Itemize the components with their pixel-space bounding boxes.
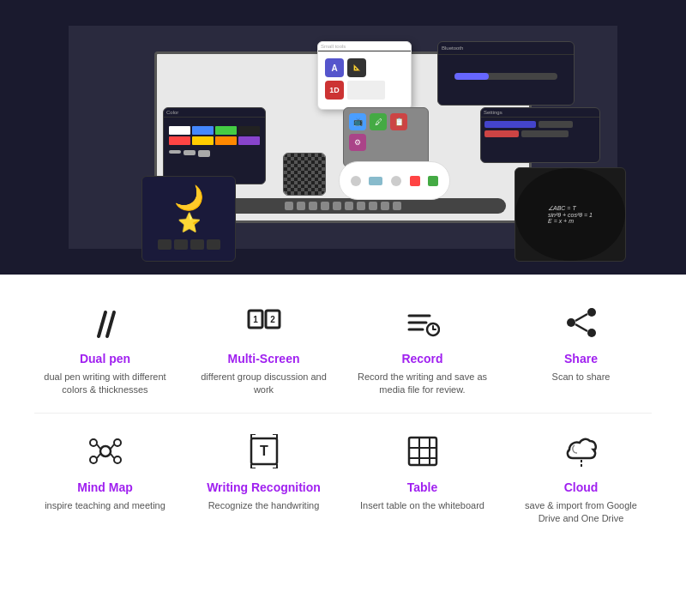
key-1: [158, 239, 172, 250]
feature-table: Table Insert table on the whiteboard: [352, 420, 493, 534]
svg-point-16: [90, 439, 97, 446]
toolbar-btn-3: [391, 176, 401, 186]
color-blue: [192, 126, 214, 135]
toolbar-item: [381, 202, 389, 210]
toolbar-item: [333, 202, 341, 210]
feature-title-share: Share: [564, 352, 598, 365]
svg-text:1: 1: [253, 315, 258, 324]
panel-header: Bluetooth: [438, 42, 574, 55]
feature-title-cloud: Cloud: [564, 480, 599, 494]
color-red: [169, 136, 190, 145]
feature-desc-dual-pen: dual pen writing with different colors &…: [39, 371, 172, 397]
record-svg: [406, 305, 440, 340]
panel-label: Small tools: [318, 42, 411, 51]
svg-rect-26: [409, 438, 436, 465]
toolbar-btn-1: [351, 176, 361, 186]
toolbar-item: [309, 202, 317, 210]
moon-icon: 🌙: [142, 177, 235, 212]
key-2: [174, 239, 188, 250]
toolbar-item: [357, 202, 365, 210]
slider-fill: [454, 73, 489, 80]
svg-point-15: [100, 446, 111, 456]
feature-title-multi-screen: Multi-Screen: [227, 352, 299, 365]
apps-grid: 📺 🖊 📋 ⚙: [344, 108, 428, 156]
svg-line-14: [575, 324, 587, 331]
svg-line-0: [99, 312, 105, 336]
tool-icon-a: A: [325, 58, 344, 77]
app-icon-4: ⚙: [349, 134, 366, 151]
left-strip: [0, 0, 69, 275]
color-black: [238, 126, 260, 135]
math-circle: ∠ABC = T sin²θ + cos²θ = 1 E = x + m: [515, 168, 625, 261]
svg-line-13: [575, 314, 587, 321]
feature-writing-recognition: T Writing Recognition Recognize the hand…: [193, 420, 334, 534]
feature-title-mind-map: Mind Map: [77, 480, 133, 494]
mindmap-icon: [83, 429, 128, 474]
settings-content: [481, 118, 599, 141]
app-icon-3: 📋: [390, 113, 407, 130]
tool-icon-bar: [347, 81, 385, 100]
feature-share: Share Scan to share: [510, 292, 652, 406]
toolbar-btn-2: [369, 177, 382, 185]
panel-content: A 📐 1D: [318, 51, 411, 103]
svg-point-18: [90, 456, 97, 463]
color-yellow: [192, 136, 214, 145]
settings-bar-4: [521, 130, 569, 137]
qr-code: [284, 154, 325, 195]
toolbar-btn-4: [410, 176, 420, 186]
svg-text:T: T: [260, 444, 268, 458]
feature-desc-multi-screen: different group discussion and work: [197, 371, 330, 397]
multiscreen-svg: 1 2: [247, 305, 281, 340]
small-tools-panel: Small tools A 📐 1D: [317, 41, 412, 110]
pen-icon: [83, 300, 128, 345]
toolbar-inner: [340, 162, 449, 199]
right-strip: [617, 0, 686, 275]
tool-icon-ruler: 📐: [347, 58, 366, 77]
math-panel: ∠ABC = T sin²θ + cos²θ = 1 E = x + m: [514, 167, 626, 262]
feature-record: Record Record the writing and save as me…: [352, 292, 493, 406]
svg-point-10: [587, 308, 596, 317]
pen-size-sm: [169, 150, 181, 154]
toolbar-item: [369, 202, 377, 210]
feature-multi-screen: 1 2 Multi-Screen different group discuss…: [193, 292, 334, 406]
svg-point-12: [587, 329, 596, 337]
toolbar-item: [321, 202, 329, 210]
keypad: [142, 234, 235, 255]
feature-dual-pen: Dual pen dual pen writing with different…: [34, 292, 176, 406]
writing-svg: T: [247, 434, 281, 468]
panel-content: [438, 55, 574, 98]
color-purple: [238, 136, 260, 145]
pen-size-lg: [198, 150, 210, 157]
app-icon-1: 📺: [349, 113, 366, 130]
floating-toolbar: [339, 161, 450, 200]
star-icon: ⭐: [142, 212, 235, 234]
feature-desc-table: Insert table on the whiteboard: [360, 499, 484, 512]
pen-sizes: [164, 150, 265, 157]
feature-title-dual-pen: Dual pen: [80, 352, 130, 365]
svg-line-20: [97, 444, 100, 449]
writing-icon: T: [242, 429, 286, 474]
tool-icon-1d: 1D: [325, 81, 344, 100]
settings-panel: Settings: [480, 107, 600, 163]
toolbar-btn-5: [428, 176, 438, 186]
settings-row-2: [484, 130, 596, 137]
math-line-1: ∠ABC = T: [548, 205, 593, 212]
settings-bar-1: [484, 121, 536, 128]
feature-desc-writing-recognition: Recognize the handwriting: [208, 499, 320, 512]
apps-panel: 📺 🖊 📋 ⚙: [343, 107, 429, 167]
panel-label: Settings: [481, 108, 599, 118]
share-svg: [564, 305, 599, 340]
hero-section: Small tools A 📐 1D Bluetooth: [0, 0, 686, 275]
table-svg: [406, 434, 440, 468]
math-line-3: E = x + m: [548, 218, 593, 224]
features-section: Dual pen dual pen writing with different…: [0, 275, 686, 543]
math-line-2: sin²θ + cos²θ = 1: [548, 212, 593, 218]
record-icon: [400, 300, 445, 345]
feature-cloud: Cloud save & import from Google Drive an…: [510, 420, 652, 534]
mindmap-svg: [88, 434, 123, 468]
pen-size-md: [184, 150, 196, 155]
toolbar-item: [297, 202, 305, 210]
pen-svg: [88, 305, 123, 340]
app-icon-2: 🖊: [370, 113, 387, 130]
settings-row: [484, 121, 596, 128]
